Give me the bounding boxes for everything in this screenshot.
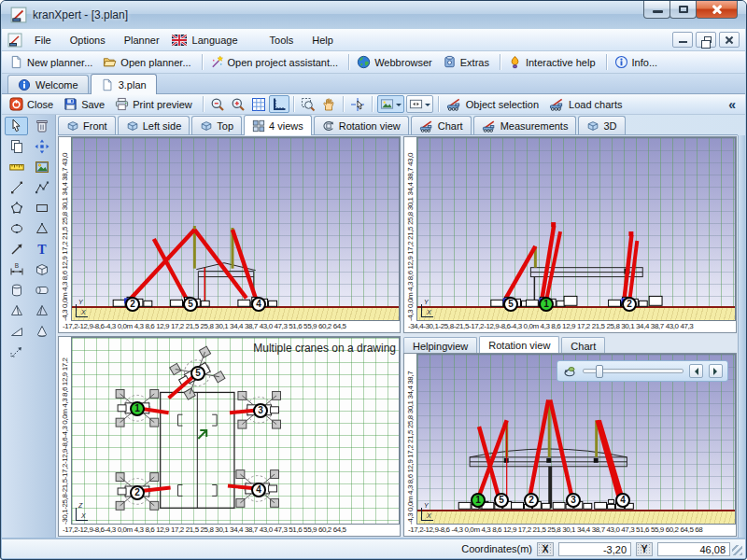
- menu-tools[interactable]: Tools: [261, 32, 303, 49]
- crane-badge[interactable]: 4: [251, 297, 266, 312]
- open-project-assistant-button[interactable]: Open project assistant...: [206, 53, 345, 71]
- rotate-left-button[interactable]: [689, 364, 703, 378]
- grid-toggle-button[interactable]: [248, 95, 269, 113]
- info-button[interactable]: Info...: [611, 53, 665, 71]
- zoom-in-icon: [231, 97, 246, 112]
- menu-language[interactable]: Language: [190, 32, 247, 49]
- tab-rotation-view[interactable]: Rotation view: [314, 116, 409, 134]
- zoom-selection-button[interactable]: [298, 95, 318, 113]
- pointer-crosshair-button[interactable]: [347, 95, 368, 113]
- pan-button[interactable]: [318, 95, 339, 113]
- tool-select[interactable]: [5, 117, 28, 135]
- rotation-slider-track[interactable]: [583, 369, 684, 373]
- crane-badge[interactable]: 2: [130, 485, 145, 500]
- tool-text[interactable]: [30, 240, 53, 259]
- tool-polygon[interactable]: [5, 199, 28, 217]
- tool-measure[interactable]: [5, 158, 28, 176]
- menu-options[interactable]: Options: [62, 32, 114, 49]
- tab-measurements[interactable]: Measurements: [473, 116, 577, 134]
- tab-left-side[interactable]: Left side: [118, 116, 190, 134]
- mdi-close-button[interactable]: [719, 32, 740, 48]
- crane-badge[interactable]: 2: [524, 493, 539, 508]
- save-button[interactable]: Save: [60, 95, 111, 113]
- chevron-down-icon: [425, 104, 430, 109]
- new-planner-button[interactable]: New planner...: [6, 53, 99, 71]
- tool-cylinder-horizontal[interactable]: [30, 281, 53, 300]
- tool-cylinder[interactable]: [5, 281, 28, 300]
- menu-help[interactable]: Help: [303, 32, 342, 49]
- crane-badge-active[interactable]: 1: [539, 297, 554, 312]
- crane-badge-active[interactable]: 1: [471, 493, 486, 508]
- tab-rotation-view-inner[interactable]: Rotation view: [479, 336, 559, 353]
- tool-move[interactable]: [30, 137, 53, 156]
- zoom-in-button[interactable]: [228, 95, 248, 113]
- open-planner-button[interactable]: Open planner...: [99, 53, 197, 71]
- tool-cone[interactable]: [30, 322, 53, 341]
- webbrowser-button[interactable]: Webbrowser: [353, 53, 439, 71]
- crane-badge[interactable]: 3: [253, 403, 268, 418]
- crane-badge[interactable]: 5: [494, 493, 509, 508]
- tab-helpingview[interactable]: Helpingview: [403, 337, 477, 353]
- menu-file[interactable]: File: [26, 32, 60, 49]
- resize-grip[interactable]: [732, 545, 742, 555]
- tool-dimension[interactable]: [5, 260, 28, 279]
- separator: [203, 96, 204, 112]
- mdi-restore-button[interactable]: [696, 32, 716, 48]
- tool-polyline[interactable]: [30, 178, 53, 197]
- crane-badge-active[interactable]: 1: [130, 401, 145, 416]
- tool-wedge[interactable]: [5, 322, 28, 341]
- tool-tetrahedron[interactable]: [30, 301, 53, 320]
- maximize-button[interactable]: [669, 1, 697, 19]
- tool-image[interactable]: [30, 158, 53, 176]
- crane-badge[interactable]: 2: [622, 297, 637, 312]
- tool-delete[interactable]: [30, 117, 53, 135]
- object-selection-button[interactable]: Object selection: [443, 95, 545, 113]
- rotate-right-button[interactable]: [709, 364, 723, 378]
- load-charts-button[interactable]: Load charts: [545, 95, 628, 113]
- crane-badge[interactable]: 4: [615, 493, 630, 508]
- collapsed-side-panel[interactable]: [738, 135, 745, 538]
- tab-front[interactable]: Front: [58, 116, 116, 134]
- tool-line[interactable]: [5, 178, 28, 197]
- crane-badge[interactable]: 4: [251, 483, 266, 497]
- print-preview-button[interactable]: Print preview: [111, 95, 199, 113]
- extras-button[interactable]: Extras: [439, 53, 496, 71]
- tab-chart[interactable]: Chart: [411, 116, 472, 134]
- tab-welcome[interactable]: Welcome: [7, 75, 89, 93]
- tool-triangle[interactable]: [30, 219, 53, 238]
- tool-pyramid[interactable]: [5, 301, 28, 320]
- title-bar[interactable]: kranXpert - [3.plan]: [1, 1, 746, 29]
- tool-rectangle[interactable]: [30, 199, 53, 217]
- crane-badge[interactable]: 2: [125, 297, 140, 312]
- background-image-dropdown[interactable]: [377, 95, 404, 113]
- interactive-help-button[interactable]: Interactive help: [504, 53, 602, 71]
- minimize-button[interactable]: [643, 1, 670, 19]
- crane-icon: [419, 119, 434, 133]
- close-button[interactable]: [696, 1, 738, 19]
- tab-chart-inner[interactable]: Chart: [561, 337, 605, 353]
- views-area: -4,3 0,0m 4,3 8,6 12,9 17,2 21,5 25,8 30…: [57, 135, 738, 538]
- tool-dimension-arrow[interactable]: [5, 343, 28, 361]
- tool-ellipse[interactable]: [5, 219, 28, 238]
- tool-cube[interactable]: [30, 260, 53, 279]
- crane-badge[interactable]: 3: [566, 493, 581, 508]
- tab-top[interactable]: Top: [191, 116, 242, 134]
- menu-planner[interactable]: Planner: [116, 32, 168, 49]
- tab-3d[interactable]: 3D: [578, 116, 625, 134]
- tab-4-views[interactable]: 4 views: [244, 115, 312, 135]
- crane-badge[interactable]: 5: [183, 297, 198, 312]
- zoom-out-button[interactable]: [207, 95, 228, 113]
- ruler-toggle-button[interactable]: [269, 95, 289, 113]
- collapse-panel-button[interactable]: «: [728, 97, 736, 112]
- crane-badge[interactable]: 5: [503, 297, 518, 312]
- tab-chart-label: Chart: [438, 120, 463, 132]
- tab-3plan[interactable]: 3.plan: [91, 74, 157, 94]
- mdi-minimize-button[interactable]: [672, 32, 693, 48]
- interactive-help-label: Interactive help: [526, 57, 596, 68]
- close-plan-button[interactable]: Close: [6, 95, 60, 113]
- tool-arrow[interactable]: [5, 240, 28, 259]
- crane-badge[interactable]: 5: [190, 366, 205, 381]
- tool-copy[interactable]: [5, 137, 28, 156]
- rotation-slider-thumb[interactable]: [596, 365, 603, 378]
- view-split-dropdown[interactable]: [406, 95, 433, 113]
